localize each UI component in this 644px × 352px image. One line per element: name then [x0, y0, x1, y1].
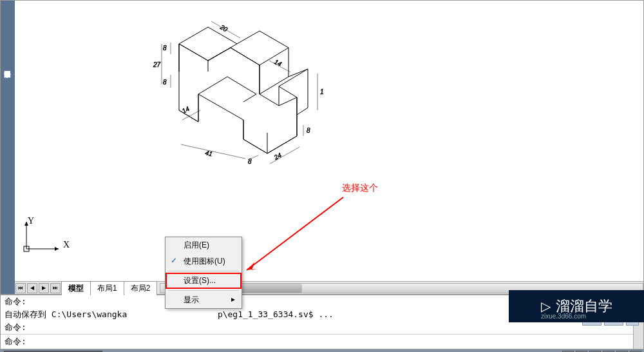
menu-use-icon[interactable]: ✓ 使用图标(U)	[166, 253, 242, 269]
svg-text:8: 8	[248, 158, 252, 165]
tab-nav-next[interactable]: ▶	[39, 283, 49, 293]
svg-marker-34	[24, 222, 28, 226]
tab-layout1[interactable]: 布局1	[90, 281, 124, 295]
annotation-arrow	[240, 194, 356, 278]
left-sidebar: 图形修复管理器	[1, 1, 15, 294]
menu-divider	[168, 271, 239, 271]
tab-nav-prev[interactable]: ◀	[27, 283, 37, 293]
svg-text:16: 16	[320, 88, 324, 95]
svg-text:41: 41	[205, 149, 213, 157]
svg-marker-37	[247, 262, 257, 270]
menu-enable[interactable]: 启用(E)	[166, 237, 242, 253]
svg-text:14: 14	[273, 58, 283, 68]
drawing-canvas[interactable]: 20 8 27 8 14 41 8	[15, 1, 643, 294]
svg-text:27: 27	[153, 61, 161, 68]
context-menu: 启用(E) ✓ 使用图标(U) 设置(S)... 显示 ▸	[165, 237, 242, 309]
svg-text:8: 8	[163, 79, 167, 86]
svg-text:14: 14	[181, 105, 191, 115]
tab-model[interactable]: 模型	[61, 281, 91, 295]
play-icon: ▷	[541, 298, 551, 314]
ucs-icon	[20, 217, 65, 255]
tab-layout2[interactable]: 布局2	[124, 281, 158, 295]
svg-text:24: 24	[272, 152, 283, 162]
submenu-arrow-icon: ▸	[231, 295, 235, 304]
svg-line-36	[247, 197, 343, 270]
isometric-drawing: 20 8 27 8 14 41 8	[131, 10, 324, 178]
svg-line-19	[181, 144, 245, 159]
svg-text:8: 8	[307, 127, 310, 134]
svg-marker-32	[55, 247, 59, 251]
svg-text:8: 8	[163, 44, 167, 52]
svg-text:20: 20	[218, 23, 229, 34]
tab-nav-first[interactable]: ⏮	[15, 283, 26, 293]
menu-display[interactable]: 显示 ▸	[166, 292, 242, 308]
menu-divider	[168, 290, 239, 291]
command-history: 命令:	[1, 321, 633, 334]
check-icon: ✓	[171, 256, 177, 265]
svg-line-6	[243, 139, 267, 153]
annotation-text: 选择这个	[342, 182, 378, 194]
watermark: ▷ 溜溜自学 zixue.3d66.com	[509, 290, 644, 322]
status-bar: 298.2319, 87.2302 , 0.0000 ▦ ⊞ ⊥ ◐ □ ⛶	[0, 349, 644, 352]
tab-nav-last[interactable]: ⏭	[50, 283, 61, 293]
command-input[interactable]: 命令:	[1, 335, 633, 349]
svg-line-8	[279, 97, 297, 106]
menu-settings[interactable]: 设置(S)...	[166, 273, 242, 289]
watermark-url: zixue.3d66.com	[541, 313, 586, 320]
